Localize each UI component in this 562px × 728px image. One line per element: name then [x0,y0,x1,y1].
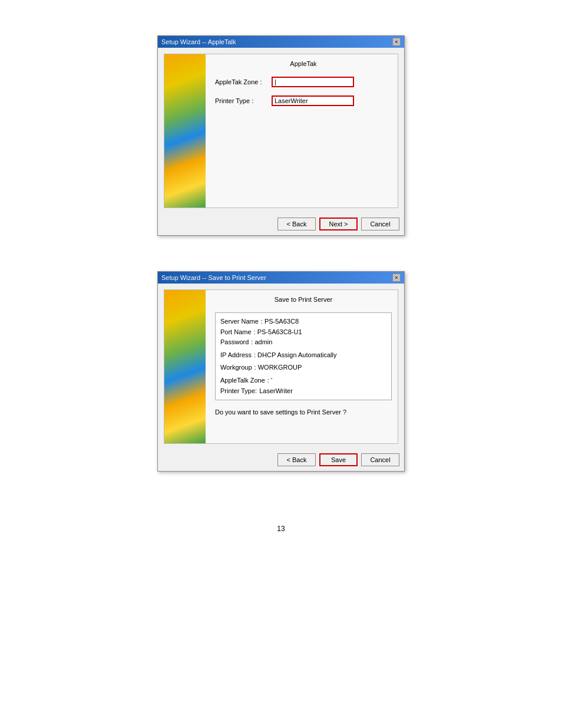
summary-password: Password : admin [220,337,386,348]
summary-appletalk-zone: AppleTalk Zone : ' [220,375,386,386]
summary-printer-type: Printer Type: LaserWriter [220,386,386,397]
appletalk-zone-input[interactable] [272,77,354,87]
dialog1-next-button[interactable]: Next > [319,218,358,230]
summary-port-name: Port Name : PS-5A63C8-U1 [220,327,386,338]
dialog1-content: AppleTak AppleTak Zone : Printer Type : [164,54,398,208]
appletalk-dialog: Setup Wizard -- AppleTalk × AppleTak App… [157,35,405,236]
dialog1-cancel-button[interactable]: Cancel [361,218,399,230]
dialog2-body: Save to Print Server Server Name : PS-5A… [158,284,404,450]
summary-server-name: Server Name : PS-5A63C8 [220,317,386,327]
dialog2-close-button[interactable]: × [392,274,401,282]
summary-workgroup: Workgroup : WORKGROUP [220,363,386,373]
dialog2-back-button[interactable]: < Back [277,453,316,466]
printer-type-row: Printer Type : [215,95,392,106]
dialog1-titlebar: Setup Wizard -- AppleTalk × [158,36,404,48]
dialog2-title: Setup Wizard -- Save to Print Server [161,274,266,281]
dialog1-image [164,54,206,207]
dialog2-save-button[interactable]: Save [319,453,358,466]
dialog1-footer: < Back Next > Cancel [158,214,404,235]
dialog2-main: Save to Print Server Server Name : PS-5A… [210,290,398,443]
appletalk-zone-row: AppleTak Zone : [215,77,392,87]
dialog2-content: Save to Print Server Server Name : PS-5A… [164,289,398,444]
printer-type-label: Printer Type : [215,97,268,104]
summary-box: Server Name : PS-5A63C8 Port Name : PS-5… [215,312,392,400]
save-question: Do you want to save settings to Print Se… [215,409,392,416]
save-dialog: Setup Wizard -- Save to Print Server × S… [157,271,405,472]
dialog1-body: AppleTak AppleTak Zone : Printer Type : [158,48,404,214]
dialog1-back-button[interactable]: < Back [277,218,316,230]
appletalk-zone-label: AppleTak Zone : [215,78,268,85]
dialog2-cancel-button[interactable]: Cancel [361,453,399,466]
dialog2-section-title: Save to Print Server [215,296,392,303]
summary-ip: IP Address : DHCP Assign Automatically [220,350,386,361]
dialog1-title: Setup Wizard -- AppleTalk [161,38,236,45]
printer-type-input[interactable] [272,95,354,106]
page-content: Setup Wizard -- AppleTalk × AppleTak App… [157,35,405,533]
dialog2-footer: < Back Save Cancel [158,450,404,471]
dialog1-main: AppleTak AppleTak Zone : Printer Type : [210,54,398,207]
dialog1-section-title: AppleTak [215,60,392,67]
dialog2-titlebar: Setup Wizard -- Save to Print Server × [158,272,404,284]
dialog1-close-button[interactable]: × [392,38,401,46]
page-number: 13 [277,525,285,533]
dialog2-image [164,290,206,443]
